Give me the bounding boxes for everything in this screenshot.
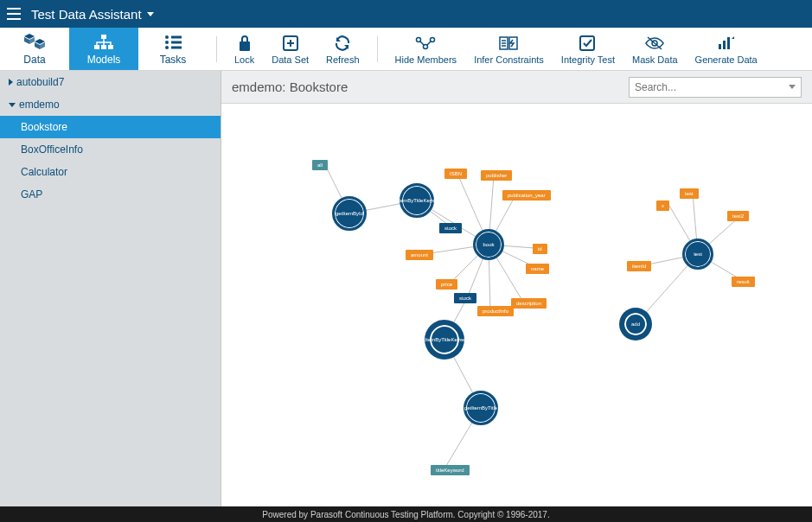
graph-node-rect[interactable]: id — [533, 244, 547, 254]
graph-node-rect[interactable]: stock — [454, 293, 476, 303]
lock-icon — [238, 34, 252, 53]
svg-point-8 — [165, 46, 169, 49]
svg-rect-20 — [727, 37, 730, 49]
graph-node-circle[interactable]: getItemByTitleKeyword — [400, 183, 434, 218]
list-icon — [164, 33, 182, 52]
content-title: emdemo: Bookstore — [232, 80, 348, 94]
caret-right-icon — [9, 79, 13, 86]
graph-node-circle[interactable]: test — [682, 239, 713, 270]
graph-node-rect[interactable]: test — [680, 188, 699, 199]
refresh-icon — [334, 34, 351, 53]
app-title: Test Data Assistant — [31, 7, 142, 22]
content-header: emdemo: Bookstore — [221, 71, 812, 104]
graph-node-rect[interactable]: x — [656, 201, 669, 211]
search-input[interactable] — [635, 81, 773, 93]
graph-node-rect[interactable]: publication_year — [502, 190, 551, 201]
svg-rect-16 — [580, 36, 594, 50]
search-dropdown[interactable] — [629, 77, 802, 98]
caret-down-icon — [789, 85, 796, 89]
graph-node-rect[interactable]: name — [526, 264, 549, 274]
bars-icon — [718, 34, 735, 53]
graph-node-circle[interactable]: add — [622, 310, 649, 338]
nodes-icon — [415, 34, 436, 53]
graph-node-circle[interactable]: getItemByTitleKeyword — [427, 322, 462, 357]
svg-rect-18 — [719, 44, 721, 49]
graph-node-rect[interactable]: test2 — [727, 211, 749, 221]
graph-node-circle[interactable]: getItemById — [332, 196, 367, 231]
hierarchy-icon — [93, 33, 114, 52]
tree-child-calculator[interactable]: Calculator — [0, 161, 221, 183]
footer: Powered by Parasoft Continuous Testing P… — [0, 506, 812, 522]
integrity-test-button[interactable]: Integrity Test — [553, 28, 623, 70]
tab-models[interactable]: Models — [69, 28, 138, 70]
graph-node-rect[interactable]: itemId — [627, 261, 651, 271]
svg-rect-3 — [108, 45, 113, 49]
graph-node-rect[interactable]: stock — [439, 223, 462, 233]
svg-rect-1 — [94, 45, 99, 49]
eye-off-icon — [645, 34, 664, 53]
mask-data-button[interactable]: Mask Data — [623, 28, 687, 70]
app-title-dropdown[interactable]: Test Data Assistant — [31, 7, 154, 22]
toolbar: Data Models Tasks Lock Data Set Refresh … — [0, 28, 812, 71]
tree-child-bookstore[interactable]: Bookstore — [0, 116, 221, 138]
svg-point-6 — [165, 41, 169, 44]
hide-members-button[interactable]: Hide Members — [387, 28, 466, 70]
cubes-icon — [24, 33, 45, 52]
infer-constraints-button[interactable]: Infer Constraints — [465, 28, 553, 70]
tree-child-boxofficeinfo[interactable]: BoxOfficeInfo — [0, 138, 221, 161]
plus-square-icon — [283, 34, 298, 53]
svg-rect-19 — [723, 41, 726, 49]
graph-node-rect[interactable]: result — [732, 277, 755, 287]
svg-rect-7 — [171, 41, 182, 43]
generate-data-button[interactable]: Generate Data — [687, 28, 766, 70]
graph-node-rect[interactable]: titleKeyword — [431, 465, 470, 475]
svg-rect-2 — [101, 45, 106, 49]
graph-node-rect[interactable]: price — [436, 279, 457, 290]
tab-data[interactable]: Data — [0, 28, 69, 70]
graph-node-rect[interactable]: description — [511, 298, 547, 309]
svg-rect-9 — [171, 46, 182, 48]
graph-canvas[interactable]: getItemByIdgetItemByTitleKeywordbookgetI… — [221, 104, 812, 506]
tree-item-autobuild7[interactable]: autobuild7 — [0, 71, 221, 93]
refresh-button[interactable]: Refresh — [317, 28, 368, 70]
graph-node-rect[interactable]: publisher — [481, 170, 512, 181]
check-square-icon — [579, 34, 597, 53]
graph-node-rect[interactable]: productInfo — [477, 306, 514, 316]
svg-point-4 — [165, 35, 169, 39]
graph-node-circle[interactable]: getItemByTitle — [464, 391, 498, 425]
infer-icon — [499, 34, 518, 53]
graph-node-rect[interactable]: ISBN — [444, 169, 467, 179]
tab-tasks[interactable]: Tasks — [138, 28, 208, 70]
sidebar: autobuild7 emdemo Bookstore BoxOfficeInf… — [0, 71, 221, 506]
svg-rect-5 — [171, 35, 182, 38]
graph-node-rect[interactable]: amount — [406, 250, 433, 260]
tree-child-gap[interactable]: GAP — [0, 183, 221, 206]
dataset-button[interactable]: Data Set — [263, 28, 317, 70]
graph-node-rect[interactable]: all — [312, 160, 328, 170]
lock-button[interactable]: Lock — [226, 28, 263, 70]
tree-item-emdemo[interactable]: emdemo — [0, 93, 221, 116]
menu-icon[interactable] — [7, 8, 21, 20]
graph-node-circle[interactable]: book — [473, 229, 504, 260]
svg-rect-0 — [101, 35, 106, 39]
caret-down-icon — [147, 12, 154, 16]
caret-down-icon — [9, 103, 16, 107]
